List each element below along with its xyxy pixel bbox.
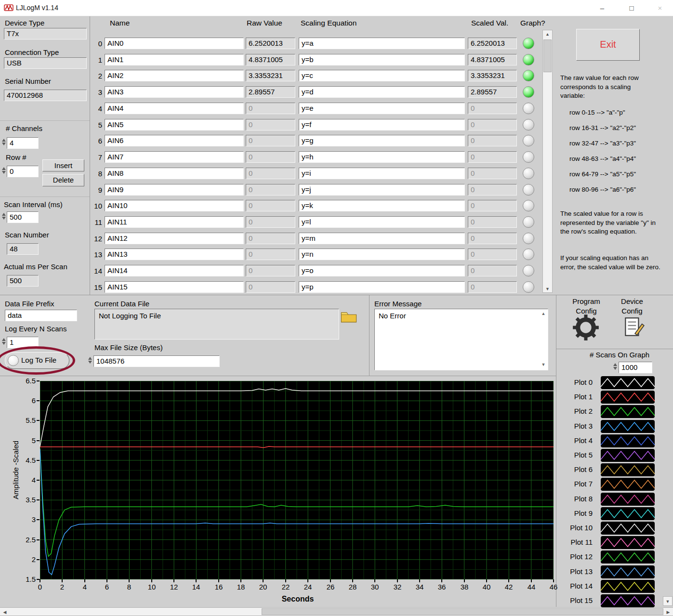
horizontal-scrollbar[interactable]: ◀ ▶ — [0, 607, 673, 616]
max-file-size-spinner[interactable] — [87, 355, 92, 367]
channel-name-input[interactable]: AIN8 — [105, 168, 244, 179]
channel-name-input[interactable]: AIN14 — [105, 265, 244, 276]
scaling-equation-input[interactable]: y=o — [299, 265, 465, 276]
increment-icon[interactable] — [88, 357, 92, 360]
plot-legend-thumbnail[interactable] — [601, 536, 655, 549]
plot-legend-thumbnail[interactable] — [601, 522, 655, 535]
increment-icon[interactable] — [2, 167, 6, 170]
plot-legend-thumbnail[interactable] — [601, 420, 655, 433]
scaling-equation-input[interactable]: y=b — [299, 54, 465, 66]
graph-led[interactable] — [523, 281, 534, 293]
scaling-equation-input[interactable]: y=k — [299, 200, 465, 211]
decrement-icon[interactable] — [2, 143, 6, 145]
browse-folder-button[interactable] — [341, 310, 358, 324]
legend-scroll-down[interactable]: ▼ — [663, 596, 673, 606]
scaling-equation-input[interactable]: y=c — [299, 70, 465, 81]
scaling-equation-input[interactable]: y=m — [299, 233, 465, 244]
scroll-down-icon[interactable]: ▼ — [540, 362, 547, 367]
plot-legend-thumbnail[interactable] — [601, 550, 655, 564]
channel-name-input[interactable]: AIN3 — [105, 86, 244, 98]
exit-button[interactable]: Exit — [576, 29, 640, 61]
plot-legend-thumbnail[interactable] — [601, 507, 655, 520]
graph-led[interactable] — [523, 216, 534, 228]
increment-icon[interactable] — [2, 338, 6, 341]
scaling-equation-input[interactable]: y=g — [299, 135, 465, 146]
graph-led[interactable] — [523, 135, 534, 146]
channel-name-input[interactable]: AIN1 — [105, 54, 244, 66]
graph-led[interactable] — [523, 233, 534, 244]
channel-name-input[interactable]: AIN9 — [105, 184, 244, 196]
graph-led[interactable] — [523, 151, 534, 163]
increment-icon[interactable] — [613, 363, 617, 366]
scan-interval-input[interactable]: 500 — [7, 211, 39, 223]
scroll-down-icon[interactable]: ▼ — [663, 599, 672, 604]
plot-legend-thumbnail[interactable] — [601, 580, 655, 593]
plot-legend-thumbnail[interactable] — [601, 376, 655, 389]
scans-on-graph-input[interactable]: 1000 — [619, 362, 652, 373]
plot-legend-thumbnail[interactable] — [601, 493, 655, 506]
table-scrollbar[interactable]: ▲ ▼ — [542, 30, 553, 293]
decrement-icon[interactable] — [2, 217, 6, 220]
graph-led[interactable] — [523, 70, 534, 81]
graph-led[interactable] — [523, 200, 534, 211]
graph-led[interactable] — [523, 86, 534, 98]
graph-led[interactable] — [523, 249, 534, 260]
channels-spinner[interactable] — [1, 137, 6, 149]
scroll-right-icon[interactable]: ▶ — [664, 610, 672, 615]
decrement-icon[interactable] — [613, 367, 617, 370]
plot-legend-thumbnail[interactable] — [601, 565, 655, 578]
scroll-up-icon[interactable]: ▲ — [543, 32, 552, 37]
close-button[interactable]: × — [649, 0, 671, 16]
plot-legend-thumbnail[interactable] — [601, 405, 655, 418]
channel-name-input[interactable]: AIN10 — [105, 200, 244, 211]
channel-name-input[interactable]: AIN13 — [105, 249, 244, 260]
graph-led[interactable] — [523, 119, 534, 131]
plot-legend-thumbnail[interactable] — [601, 449, 655, 462]
scaling-equation-input[interactable]: y=a — [299, 38, 465, 49]
decrement-icon[interactable] — [2, 342, 6, 345]
plot-legend-thumbnail[interactable] — [601, 478, 655, 491]
device-config-button[interactable] — [621, 315, 647, 341]
table-scrollbar-thumb[interactable] — [543, 39, 552, 72]
scaling-equation-input[interactable]: y=e — [299, 103, 465, 114]
channel-name-input[interactable]: AIN6 — [105, 135, 244, 146]
scaling-equation-input[interactable]: y=f — [299, 119, 465, 131]
graph-led[interactable] — [523, 54, 534, 66]
insert-button[interactable]: Insert — [42, 159, 84, 171]
increment-icon[interactable] — [2, 139, 6, 142]
graph-led[interactable] — [523, 103, 534, 114]
channel-name-input[interactable]: AIN2 — [105, 70, 244, 81]
row-number-input[interactable]: 0 — [7, 166, 39, 177]
scroll-up-icon[interactable]: ▲ — [540, 311, 547, 316]
program-config-button[interactable] — [572, 314, 600, 342]
max-file-size-input[interactable]: 1048576 — [93, 355, 220, 367]
plot-legend-thumbnail[interactable] — [601, 463, 655, 476]
scans-on-graph-spinner[interactable] — [612, 362, 618, 373]
row-number-spinner[interactable] — [1, 166, 6, 177]
increment-icon[interactable] — [2, 213, 6, 216]
maximize-button[interactable]: □ — [621, 0, 642, 16]
scaling-equation-input[interactable]: y=d — [299, 86, 465, 98]
plot-legend-thumbnail[interactable] — [601, 391, 655, 404]
data-file-prefix-input[interactable]: data — [5, 310, 77, 321]
channel-name-input[interactable]: AIN11 — [105, 216, 244, 228]
channel-name-input[interactable]: AIN0 — [105, 38, 244, 49]
scaling-equation-input[interactable]: y=i — [299, 168, 465, 179]
graph-led[interactable] — [523, 265, 534, 276]
scroll-left-icon[interactable]: ◀ — [1, 610, 9, 615]
decrement-icon[interactable] — [88, 361, 92, 364]
horizontal-scrollbar-thumb[interactable] — [262, 608, 663, 615]
scaling-equation-input[interactable]: y=h — [299, 151, 465, 163]
channel-name-input[interactable]: AIN15 — [105, 281, 244, 293]
scaling-equation-input[interactable]: y=n — [299, 249, 465, 260]
channel-name-input[interactable]: AIN7 — [105, 151, 244, 163]
delete-button[interactable]: Delete — [42, 174, 84, 186]
minimize-button[interactable]: – — [592, 0, 613, 16]
scan-interval-spinner[interactable] — [1, 211, 6, 223]
scaling-equation-input[interactable]: y=l — [299, 216, 465, 228]
scaling-equation-input[interactable]: y=j — [299, 184, 465, 196]
scroll-down-icon[interactable]: ▼ — [543, 287, 552, 291]
log-n-spinner[interactable] — [1, 337, 6, 348]
plot-legend-thumbnail[interactable] — [601, 594, 655, 607]
decrement-icon[interactable] — [2, 171, 6, 174]
